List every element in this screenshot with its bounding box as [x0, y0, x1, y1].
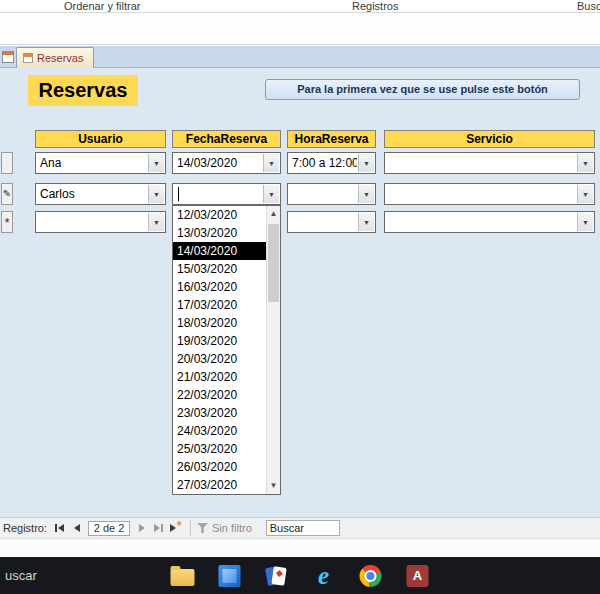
chevron-down-icon: ▼ — [363, 160, 370, 167]
window-bottom-strip — [0, 538, 600, 557]
internet-explorer-icon: e — [318, 563, 329, 588]
last-record-icon — [161, 524, 163, 532]
record-selector-row3-new[interactable]: * — [1, 211, 13, 233]
record-navigator-label: Registro: — [3, 522, 47, 534]
chrome-button[interactable] — [358, 561, 384, 591]
combo-value: Ana — [40, 153, 61, 173]
scroll-down-button[interactable]: ▼ — [267, 478, 280, 494]
reservas-form: Reservas Para la primera vez que se use … — [0, 68, 600, 517]
record-selector-row2-editing[interactable]: ✎ — [1, 183, 13, 205]
date-option[interactable]: 24/03/2020 — [173, 422, 266, 440]
combo-dropdown-button[interactable]: ▼ — [358, 154, 374, 172]
internet-explorer-button[interactable]: e — [311, 561, 337, 591]
previous-record-button[interactable] — [68, 520, 85, 537]
dropdown-scrollbar[interactable]: ▲ ▼ — [266, 206, 280, 494]
ribbon-group-strip: Ordenar y filtrar Registros Busc — [0, 0, 600, 13]
combo-value: 14/03/2020 — [177, 153, 237, 173]
chevron-down-icon: ▼ — [363, 191, 370, 198]
column-header-servicio: Servicio — [384, 130, 595, 148]
document-tab-label: Reservas — [37, 52, 83, 64]
blue-app-button[interactable] — [217, 561, 243, 591]
date-option[interactable]: 23/03/2020 — [173, 404, 266, 422]
search-records-input[interactable]: Buscar — [266, 520, 340, 536]
combo-dropdown-button[interactable]: ▼ — [577, 185, 593, 203]
ribbon-group-records: Registros — [352, 0, 398, 12]
last-record-button[interactable] — [150, 520, 167, 537]
document-tab-reservas[interactable]: Reservas — [16, 47, 94, 68]
taskbar-search[interactable]: uscar — [5, 557, 37, 594]
row2-usuario-combo[interactable]: Carlos ▼ — [35, 183, 166, 205]
date-option[interactable]: 25/03/2020 — [173, 440, 266, 458]
chevron-down-icon: ▼ — [153, 191, 160, 198]
next-triangle-icon — [139, 524, 145, 532]
date-option[interactable]: 19/03/2020 — [173, 332, 266, 350]
date-option[interactable]: 16/03/2020 — [173, 278, 266, 296]
combo-dropdown-button[interactable]: ▼ — [358, 185, 374, 203]
row1-hora-combo[interactable]: 7:00 a 12:00 ▼ — [287, 152, 376, 174]
filter-status[interactable]: Sin filtro — [212, 522, 252, 534]
date-option[interactable]: 18/03/2020 — [173, 314, 266, 332]
date-option[interactable]: 13/03/2020 — [173, 224, 266, 242]
new-record-button[interactable]: * — [167, 520, 184, 537]
row2-hora-combo[interactable]: ▼ — [287, 183, 376, 205]
date-option[interactable]: 27/03/2020 — [173, 476, 266, 494]
file-explorer-button[interactable] — [170, 561, 196, 591]
combo-dropdown-button[interactable]: ▼ — [577, 154, 593, 172]
date-option-selected[interactable]: 14/03/2020 — [173, 242, 266, 260]
solitaire-button[interactable] — [264, 561, 290, 591]
first-record-icon — [55, 524, 57, 532]
combo-dropdown-button[interactable]: ▼ — [358, 213, 374, 231]
row2-servicio-combo[interactable]: ▼ — [384, 183, 595, 205]
record-selector-row1[interactable] — [1, 152, 13, 174]
taskbar: uscar e A — [0, 557, 600, 594]
column-header-fechareserva: FechaReserva — [172, 130, 281, 148]
date-option[interactable]: 26/03/2020 — [173, 458, 266, 476]
chrome-core — [367, 572, 375, 580]
date-dropdown-list: 12/03/2020 13/03/2020 14/03/2020 15/03/2… — [172, 205, 281, 495]
chevron-down-icon: ▼ — [582, 160, 589, 167]
row3-usuario-combo[interactable]: ▼ — [35, 211, 166, 233]
form-title: Reservas — [28, 75, 138, 106]
date-option[interactable]: 12/03/2020 — [173, 206, 266, 224]
filter-funnel-icon — [197, 523, 208, 533]
access-icon: A — [407, 565, 429, 587]
row3-servicio-combo[interactable]: ▼ — [384, 211, 595, 233]
ribbon-group-search: Busc — [577, 0, 600, 12]
scroll-thumb[interactable] — [268, 224, 279, 302]
card-pip-icon — [276, 570, 283, 577]
date-option[interactable]: 20/03/2020 — [173, 350, 266, 368]
scroll-up-button[interactable]: ▲ — [267, 206, 280, 222]
chevron-down-icon: ▼ — [268, 160, 275, 167]
chevron-down-icon: ▼ — [582, 219, 589, 226]
combo-dropdown-button[interactable]: ▼ — [148, 213, 164, 231]
combo-dropdown-button[interactable]: ▼ — [148, 154, 164, 172]
combo-dropdown-button[interactable]: ▼ — [263, 185, 279, 203]
first-record-button[interactable] — [51, 520, 68, 537]
date-option[interactable]: 15/03/2020 — [173, 260, 266, 278]
row3-hora-combo[interactable]: ▼ — [287, 211, 376, 233]
combo-dropdown-button[interactable]: ▼ — [263, 154, 279, 172]
taskbar-search-text: uscar — [5, 568, 37, 583]
column-header-usuario: Usuario — [35, 130, 166, 148]
row2-fecha-combo-focused[interactable]: ▼ — [172, 183, 281, 205]
combo-dropdown-button[interactable]: ▼ — [148, 185, 164, 203]
previous-triangle-icon — [74, 524, 80, 532]
date-option[interactable]: 21/03/2020 — [173, 368, 266, 386]
taskbar-icons: e A — [170, 557, 431, 594]
last-triangle-icon — [154, 524, 160, 532]
record-navigator: Registro: 2 de 2 * Sin filtro Buscar — [0, 517, 600, 538]
new-record-star-icon: * — [177, 519, 182, 533]
date-option[interactable]: 17/03/2020 — [173, 296, 266, 314]
row1-servicio-combo[interactable]: ▼ — [384, 152, 595, 174]
combo-value: Carlos — [40, 184, 75, 204]
first-use-button[interactable]: Para la primera vez que se use pulse est… — [265, 79, 580, 100]
column-header-horareserva: HoraReserva — [287, 130, 376, 148]
document-tab-bar: Reservas — [0, 46, 600, 68]
row1-usuario-combo[interactable]: Ana ▼ — [35, 152, 166, 174]
row1-fecha-combo[interactable]: 14/03/2020 ▼ — [172, 152, 281, 174]
date-option[interactable]: 22/03/2020 — [173, 386, 266, 404]
next-record-button[interactable] — [133, 520, 150, 537]
record-position-box[interactable]: 2 de 2 — [88, 521, 130, 536]
access-button[interactable]: A — [405, 561, 431, 591]
combo-dropdown-button[interactable]: ▼ — [577, 213, 593, 231]
